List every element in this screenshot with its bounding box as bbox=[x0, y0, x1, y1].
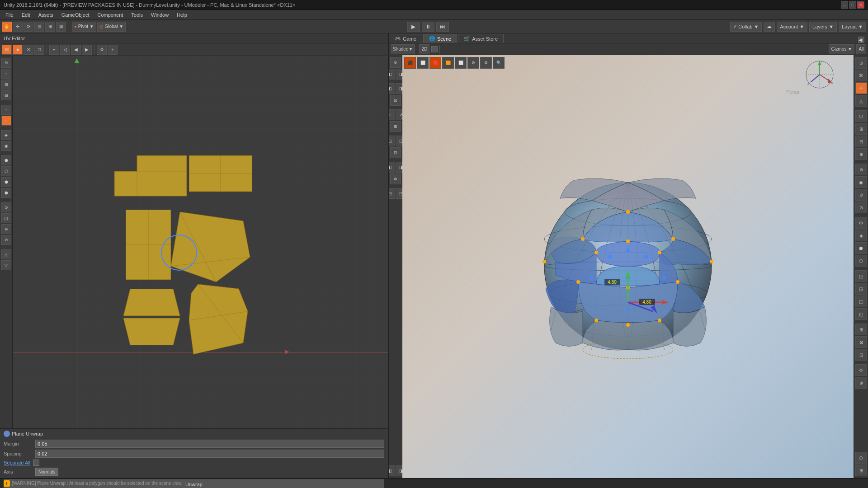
sst-pair1-a[interactable]: ◧ bbox=[389, 69, 395, 80]
gizmo-cube-right[interactable]: 🟧 bbox=[442, 57, 454, 69]
transform-tool[interactable]: ⊠ bbox=[56, 22, 66, 32]
move-tool[interactable]: ✛ bbox=[13, 22, 23, 32]
uv-tool-box[interactable]: □ bbox=[34, 45, 44, 55]
rp-btn-16[interactable]: ⬡ bbox=[855, 255, 867, 267]
uv-tool-l3[interactable]: ◀ bbox=[71, 45, 81, 55]
rp-btn-15[interactable]: ⬟ bbox=[855, 242, 867, 254]
minimize-button[interactable]: ─ bbox=[841, 1, 848, 9]
step-button[interactable]: ⏭ bbox=[436, 22, 449, 32]
pivot-button[interactable]: ● Pivot ▼ bbox=[72, 22, 96, 32]
lp-btn-14[interactable]: ◫ bbox=[1, 213, 11, 223]
menu-gameobject[interactable]: GameObject bbox=[58, 11, 93, 19]
sst-pair5-a[interactable]: ◧ bbox=[389, 162, 395, 173]
menu-file[interactable]: File bbox=[2, 11, 17, 19]
rp-btn-26[interactable]: ⬡ bbox=[855, 452, 867, 464]
global-button[interactable]: ◎ Global ▼ bbox=[97, 22, 126, 32]
rp-btn-20[interactable]: ◰ bbox=[855, 308, 867, 320]
uv-shape-1[interactable] bbox=[114, 155, 187, 206]
tab-game[interactable]: 🎮 Game bbox=[389, 34, 422, 43]
scale-tool[interactable]: ⊡ bbox=[34, 22, 44, 32]
rp-btn-4[interactable]: △ bbox=[855, 95, 867, 107]
maximize-button[interactable]: □ bbox=[849, 1, 856, 9]
uv-shape-2[interactable] bbox=[189, 155, 252, 195]
play-button[interactable]: ▶ bbox=[407, 22, 420, 32]
rp-btn-5[interactable]: ⬡ bbox=[855, 110, 867, 122]
separate-all-checkbox[interactable] bbox=[33, 460, 39, 466]
rp-btn-6[interactable]: ⊞ bbox=[855, 123, 867, 135]
lp-btn-6[interactable]: ↔ bbox=[1, 116, 11, 126]
scene-viewport[interactable]: ⬛ ⬜ 🟥 🟧 ⬜ ⚙ ⚙ 🔍 Persp bbox=[402, 55, 854, 478]
uv-tool-l2[interactable]: ◁ bbox=[60, 45, 70, 55]
lp-btn-16[interactable]: ⊘ bbox=[1, 235, 11, 245]
lp-btn-4[interactable]: ⊟ bbox=[1, 90, 11, 100]
cloud-button[interactable]: ☁ bbox=[764, 22, 775, 32]
menu-assets[interactable]: Assets bbox=[35, 11, 57, 19]
collab-button[interactable]: ✓ Collab ▼ bbox=[730, 22, 762, 32]
rp-btn-18[interactable]: ◳ bbox=[855, 283, 867, 295]
rp-btn-2[interactable]: ⌘ bbox=[855, 70, 867, 81]
uv-tool-cancel[interactable]: ✕ bbox=[24, 45, 33, 55]
sst-pair2-a[interactable]: ◧ bbox=[389, 83, 395, 94]
gizmos-button[interactable]: Gizmos ▼ bbox=[829, 44, 854, 54]
sst-btn-3[interactable]: ⊞ bbox=[390, 121, 401, 132]
rp-btn-10[interactable]: ◉ bbox=[855, 176, 867, 188]
gizmo-search[interactable]: 🔍 bbox=[493, 57, 505, 69]
separate-all-link[interactable]: Separate All bbox=[4, 460, 30, 465]
2d-toggle[interactable] bbox=[431, 46, 438, 52]
uv-canvas[interactable] bbox=[13, 56, 388, 428]
rp-btn-25[interactable]: ⊕ bbox=[855, 377, 867, 389]
sst-bottom-a[interactable]: ◧ bbox=[389, 465, 395, 476]
shading-dropdown[interactable]: Shaded ▼ bbox=[391, 44, 415, 54]
nav-gizmo[interactable]: Y X Z bbox=[804, 59, 835, 90]
sst-pair4-a[interactable]: ◲ bbox=[389, 136, 395, 146]
layout-button[interactable]: Layout ▼ bbox=[839, 22, 866, 32]
lp-btn-5[interactable]: ↕ bbox=[1, 105, 11, 115]
rp-btn-7[interactable]: ⊟ bbox=[855, 136, 867, 147]
menu-help[interactable]: Help bbox=[173, 11, 191, 19]
uv-tool-select[interactable]: ⊞ bbox=[2, 45, 12, 55]
close-button[interactable]: ✕ bbox=[857, 1, 864, 9]
sst-btn-1[interactable]: ⊙ bbox=[390, 57, 401, 68]
rp-btn-11[interactable]: ⊘ bbox=[855, 189, 867, 201]
account-button[interactable]: Account ▼ bbox=[777, 22, 807, 32]
layers-button[interactable]: Layers ▼ bbox=[809, 22, 837, 32]
margin-input[interactable] bbox=[35, 440, 384, 448]
lp-btn-8[interactable]: ◉ bbox=[1, 141, 11, 151]
menu-tools[interactable]: Tools bbox=[127, 11, 146, 19]
pause-button[interactable]: ⏸ bbox=[422, 22, 434, 32]
uv-tool-move[interactable]: ■ bbox=[13, 45, 23, 55]
lp-btn-7[interactable]: ◈ bbox=[1, 130, 11, 140]
uv-tool-l1[interactable]: ⌐ bbox=[49, 45, 59, 55]
rp-btn-27[interactable]: ⊞ bbox=[855, 465, 867, 476]
lp-btn-12[interactable]: ⬣ bbox=[1, 188, 11, 198]
rp-btn-3[interactable]: ✏ bbox=[855, 82, 867, 94]
menu-component[interactable]: Component bbox=[94, 11, 127, 19]
gizmo-cube-left-isom[interactable]: ⬜ bbox=[455, 57, 467, 69]
uv-tool-l4[interactable]: ▶ bbox=[82, 45, 92, 55]
gizmo-cube-front[interactable]: 🟥 bbox=[429, 57, 441, 69]
lp-btn-2[interactable]: ↔ bbox=[1, 69, 11, 79]
rp-btn-21[interactable]: ⊞ bbox=[855, 324, 867, 335]
rp-btn-22[interactable]: ⊠ bbox=[855, 336, 867, 348]
sst-btn-2[interactable]: ⊡ bbox=[390, 95, 401, 106]
uv-shape-5[interactable] bbox=[123, 289, 180, 346]
rp-btn-19[interactable]: ◱ bbox=[855, 296, 867, 307]
lp-btn-15[interactable]: ⊗ bbox=[1, 224, 11, 234]
rp-btn-24[interactable]: ⚙ bbox=[855, 364, 867, 376]
gizmo-settings2[interactable]: ⚙ bbox=[480, 57, 492, 69]
rp-btn-13[interactable]: ⚙ bbox=[855, 217, 867, 229]
menu-window[interactable]: Window bbox=[147, 11, 172, 19]
sst-btn-5[interactable]: ⊕ bbox=[390, 174, 401, 184]
sst-pair6-a[interactable]: ◲ bbox=[389, 188, 395, 199]
rp-btn-23[interactable]: ⊡ bbox=[855, 349, 867, 361]
rp-btn-8[interactable]: ⊕ bbox=[855, 148, 867, 160]
rp-btn-12[interactable]: ⊙ bbox=[855, 202, 867, 213]
all-button[interactable]: All bbox=[856, 44, 866, 54]
uv-tool-settings[interactable]: ⚙ bbox=[97, 45, 107, 55]
rp-btn-1[interactable]: ⊙ bbox=[855, 57, 867, 69]
rotate-tool[interactable]: ⟳ bbox=[24, 22, 33, 32]
lp-btn-10[interactable]: ⬡ bbox=[1, 166, 11, 176]
lp-btn-11[interactable]: ⬢ bbox=[1, 177, 11, 187]
lp-btn-9[interactable]: ⬟ bbox=[1, 155, 11, 165]
uv-shape-6[interactable] bbox=[189, 284, 248, 357]
